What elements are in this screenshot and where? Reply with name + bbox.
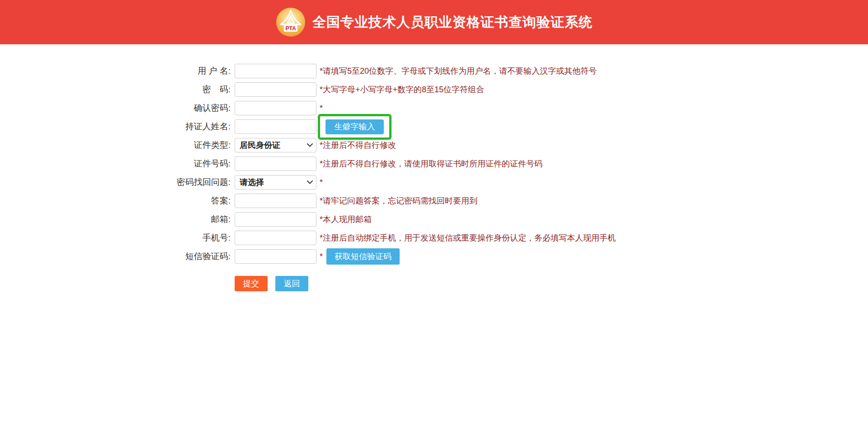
submit-button[interactable]: 提交: [235, 276, 268, 291]
form-actions: 提交 返回: [235, 276, 868, 291]
registration-form: 用 户 名: *请填写5至20位数字、字母或下划线作为用户名，请不要输入汉字或其…: [0, 64, 868, 291]
password-input[interactable]: [235, 82, 316, 97]
rare-char-input-button[interactable]: 生僻字输入: [326, 119, 384, 134]
recovery-question-hint: *: [320, 178, 323, 187]
email-row: 邮箱: *本人现用邮箱: [0, 212, 868, 227]
pta-logo-icon: PTA: [275, 7, 306, 38]
sms-code-label: 短信验证码:: [0, 251, 231, 262]
answer-row: 答案: *请牢记问题答案，忘记密码需找回时要用到: [0, 194, 868, 208]
id-number-hint: *注册后不得自行修改，请使用取得证书时所用证件的证件号码: [320, 158, 542, 169]
holder-name-input[interactable]: [235, 119, 316, 134]
svg-text:PTA: PTA: [285, 25, 296, 32]
confirm-password-input[interactable]: [235, 101, 316, 115]
username-row: 用 户 名: *请填写5至20位数字、字母或下划线作为用户名，请不要输入汉字或其…: [0, 64, 868, 78]
page-header: PTA 全国专业技术人员职业资格证书查询验证系统: [0, 0, 868, 44]
phone-input[interactable]: [235, 231, 316, 245]
phone-hint: *注册后自动绑定手机，用于发送短信或重要操作身份认定，务必填写本人现用手机: [320, 232, 616, 243]
confirm-password-row: 确认密码: *: [0, 101, 868, 115]
id-number-row: 证件号码: *注册后不得自行修改，请使用取得证书时所用证件的证件号码: [0, 156, 868, 171]
answer-label: 答案:: [0, 195, 231, 207]
id-type-select[interactable]: 居民身份证: [235, 138, 316, 152]
id-type-label: 证件类型:: [0, 139, 231, 151]
password-label: 密 码:: [0, 84, 231, 95]
recovery-question-row: 密码找回问题: 请选择 *: [0, 175, 868, 190]
recovery-question-select[interactable]: 请选择: [235, 175, 316, 190]
answer-input[interactable]: [235, 194, 316, 208]
email-label: 邮箱:: [0, 213, 231, 225]
email-field[interactable]: [235, 212, 316, 227]
username-hint: *请填写5至20位数字、字母或下划线作为用户名，请不要输入汉字或其他符号: [320, 66, 597, 76]
page-title: 全国专业技术人员职业资格证书查询验证系统: [312, 13, 593, 32]
holder-name-row: 持证人姓名: 生僻字输入: [0, 119, 868, 134]
confirm-password-hint: *: [320, 104, 323, 113]
answer-hint: *请牢记问题答案，忘记密码需找回时要用到: [320, 195, 477, 206]
get-sms-code-button[interactable]: 获取短信验证码: [326, 248, 400, 265]
email-hint: *本人现用邮箱: [320, 214, 372, 225]
id-type-hint: *注册后不得自行修改: [320, 140, 396, 151]
password-hint: *大写字母+小写字母+数字的8至15位字符组合: [320, 84, 484, 95]
sms-code-hint: *: [320, 252, 323, 261]
sms-code-row: 短信验证码: * 获取短信验证码: [0, 249, 868, 264]
id-number-label: 证件号码:: [0, 158, 231, 170]
sms-code-input[interactable]: [235, 249, 316, 264]
recovery-question-label: 密码找回问题:: [0, 176, 231, 188]
back-button[interactable]: 返回: [275, 276, 308, 291]
password-row: 密 码: *大写字母+小写字母+数字的8至15位字符组合: [0, 82, 868, 97]
id-number-input[interactable]: [235, 156, 316, 171]
phone-row: 手机号: *注册后自动绑定手机，用于发送短信或重要操作身份认定，务必填写本人现用…: [0, 231, 868, 245]
username-label: 用 户 名:: [0, 65, 231, 77]
rare-char-button-highlight: 生僻字输入: [318, 114, 392, 140]
username-input[interactable]: [235, 64, 316, 78]
confirm-password-label: 确认密码:: [0, 102, 231, 114]
id-type-row: 证件类型: 居民身份证 *注册后不得自行修改: [0, 138, 868, 152]
holder-name-label: 持证人姓名:: [0, 121, 231, 133]
phone-label: 手机号:: [0, 232, 231, 244]
